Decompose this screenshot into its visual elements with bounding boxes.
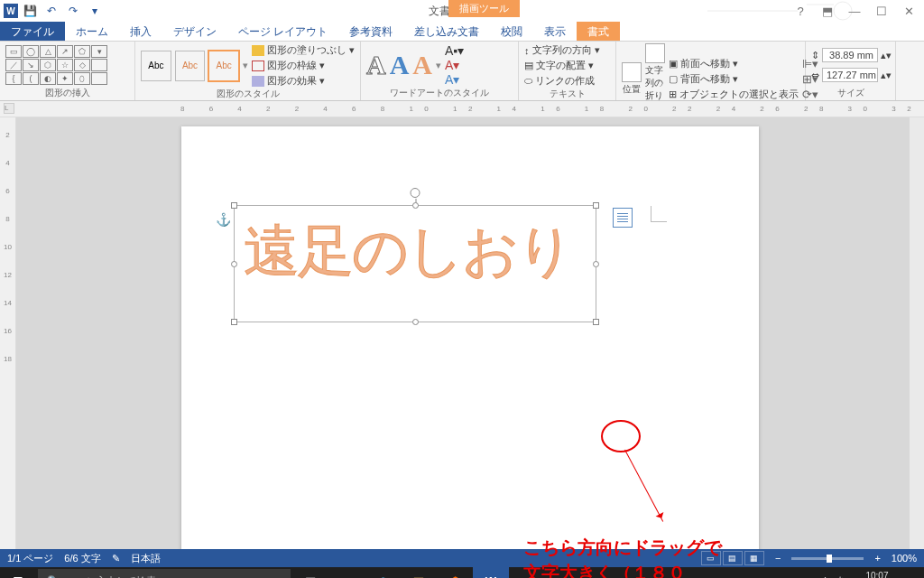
margin-mark [651,206,667,222]
taskbar: ⊞ 🔍 ここに入力して検索 ◫ ○ ◉ ▆ ⬢ W ˄ あ 10:072020/… [0,567,924,578]
ruler-vertical[interactable]: 24681012141618 [0,117,16,549]
resize-handle[interactable] [593,319,599,325]
resize-handle[interactable] [231,202,237,209]
word-taskbar-icon[interactable]: W [473,567,509,578]
text-effects[interactable]: A▾ [445,72,464,87]
layout-options-button[interactable] [613,208,633,228]
clock[interactable]: 10:072020/11/13 [855,571,900,578]
document-page[interactable]: ⚓ 遠足のしおり [181,126,759,549]
wordart-object[interactable]: 遠足のしおり [234,205,596,322]
wordart-style-1[interactable]: A [366,50,386,80]
ruler-corner: L [4,103,14,114]
shape-fill[interactable]: 図形の塗りつぶし ▾ [252,43,355,57]
shape-height[interactable]: ⇕ 38.89 mm ▴▾ [811,48,892,62]
group-shape-styles: 図形のスタイル [141,88,355,101]
resize-handle[interactable] [593,202,599,209]
shape-style-2[interactable]: Abc [175,51,206,81]
word-icon: W [4,4,18,18]
cortana-icon[interactable]: ○ [328,567,365,578]
tab-references[interactable]: 参考資料 [338,22,403,41]
resize-handle[interactable] [231,261,237,267]
group-shapes-insert: 図形の挿入 [5,87,129,100]
selection-pane[interactable]: ⊞ オブジェクトの選択と表示 [669,88,799,101]
word-count[interactable]: 6/6 文字 [64,552,100,565]
ribbon-tabs: ファイル ホーム 挿入 デザイン ページ レイアウト 参考資料 差し込み文書 校… [0,22,924,42]
anchor-icon[interactable]: ⚓ [216,212,231,227]
group-size: サイズ [811,87,890,100]
text-outline[interactable]: A▾ [445,58,464,72]
tab-design[interactable]: デザイン [162,22,227,41]
task-view-icon[interactable]: ◫ [292,567,328,578]
gallery-more-icon[interactable]: ▾ [243,60,248,71]
shape-effects[interactable]: 図形の効果 ▾ [252,74,355,88]
svg-point-0 [834,2,852,20]
tab-format[interactable]: 書式 [577,22,620,41]
scrollbar-vertical[interactable] [910,117,924,549]
annotation-circle [601,420,641,452]
resize-handle[interactable] [593,261,599,267]
maximize-icon[interactable]: ☐ [872,5,892,18]
tab-review[interactable]: 校閲 [490,22,533,41]
shape-style-1[interactable]: Abc [141,51,171,81]
resize-handle[interactable] [231,319,237,325]
view-print-icon[interactable]: ▤ [723,551,743,565]
tab-home[interactable]: ホーム [65,22,119,41]
group-wordart-styles: ワードアートのスタイル [366,87,513,100]
tab-layout[interactable]: ページ レイアウト [227,22,338,41]
resize-handle[interactable] [412,319,419,325]
proofing-icon[interactable]: ✎ [112,553,120,564]
status-bar: 1/1 ページ 6/6 文字 ✎ 日本語 ▭ ▤ ▦ − + 100% [0,549,924,567]
text-fill[interactable]: A▪▾ [445,43,464,58]
gallery-more-icon[interactable]: ▾ [436,60,441,71]
zoom-out-icon[interactable]: − [775,553,781,564]
zoom-in-icon[interactable]: + [874,553,880,564]
qat-more-icon[interactable]: ▾ [85,2,105,20]
shape-style-3[interactable]: Abc [208,51,239,81]
tab-view[interactable]: 表示 [533,22,577,41]
shape-width[interactable]: ⇔ 127.27 mm ▴▾ [811,68,892,82]
contextual-tab-label: 描画ツール [448,0,520,17]
group-text: テキスト [524,88,610,101]
ribbon: ▭◯△↗⬠▾ ／↘⬡☆◇ {(◐✦⬯ 図形の挿入 Abc Abc Abc ▾ 図… [0,42,924,101]
text-align[interactable]: ▤ 文字の配置 ▾ [524,59,600,72]
ruler-horizontal[interactable]: L 8 6 4 2 2 4 6 8 10 12 14 16 18 20 22 2… [0,101,924,117]
zoom-level[interactable]: 100% [892,553,917,564]
tab-mailings[interactable]: 差し込み文書 [403,22,490,41]
zoom-slider[interactable] [791,557,864,560]
shape-outline[interactable]: 図形の枠線 ▾ [252,59,355,72]
language[interactable]: 日本語 [131,552,161,565]
wordart-style-2[interactable]: A [390,50,410,80]
tab-insert[interactable]: 挿入 [119,22,162,41]
view-web-icon[interactable]: ▦ [744,551,764,565]
wordart-text[interactable]: 遠足のしおり [235,206,596,296]
resize-handle[interactable] [412,202,419,209]
text-direction[interactable]: ↕ 文字列の方向 ▾ [524,43,600,57]
explorer-icon[interactable]: ▆ [401,567,437,578]
page-count[interactable]: 1/1 ページ [7,552,53,565]
bring-forward[interactable]: ▣ 前面へ移動 ▾ [669,57,799,70]
store-icon[interactable]: ⬢ [437,567,473,578]
redo-icon[interactable]: ↷ [63,2,83,20]
save-icon[interactable]: 💾 [20,2,40,20]
shapes-gallery[interactable]: ▭◯△↗⬠▾ ／↘⬡☆◇ {(◐✦⬯ [5,45,107,85]
start-button[interactable]: ⊞ [0,567,36,578]
create-link[interactable]: ⬭ リンクの作成 [524,74,600,88]
ime-indicator[interactable]: あ [836,574,845,578]
undo-icon[interactable]: ↶ [42,2,61,20]
search-box[interactable]: 🔍 ここに入力して検索 [38,569,291,578]
wordart-style-3[interactable]: A [412,50,432,80]
tab-file[interactable]: ファイル [0,22,65,41]
rotate-handle[interactable] [411,188,420,198]
send-backward[interactable]: ▢ 背面へ移動 ▾ [669,72,799,86]
annotation-text: こちら方向にドラッグで 文字大きく（１８０ 度逆で小さくなる） [523,535,722,578]
close-icon[interactable]: ✕ [899,5,919,18]
edge-icon[interactable]: ◉ [365,567,401,578]
position-button[interactable]: 位置 [622,62,642,96]
decoration [707,0,870,22]
